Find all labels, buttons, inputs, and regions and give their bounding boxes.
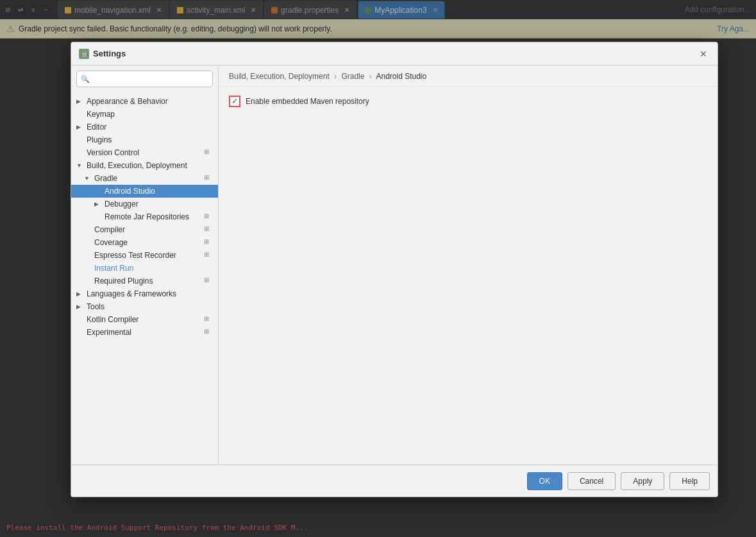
sidebar-label-experimental: Experimental <box>87 328 201 337</box>
sidebar-item-editor[interactable]: ▶ Editor <box>71 121 218 133</box>
sidebar-label-build: Build, Execution, Deployment <box>87 161 213 170</box>
content-main: ✓ Enable embedded Maven repository <box>219 87 718 465</box>
sidebar-item-build[interactable]: ▼ Build, Execution, Deployment <box>71 159 218 172</box>
settings-sidebar: 🔍 ▶ Appearance & Behavior Keymap ▶ Edit <box>71 65 219 465</box>
breadcrumb-current: Android Studio <box>376 72 426 81</box>
coverage-icon: ⊞ <box>204 238 213 247</box>
sidebar-label-compiler: Compiler <box>94 225 201 234</box>
arrow-editor: ▶ <box>76 124 84 130</box>
sidebar-item-plugins[interactable]: Plugins <box>71 133 218 146</box>
dialog-titlebar: 🤖 Settings ✕ <box>71 42 718 65</box>
breadcrumb-part2: Gradle <box>341 72 364 81</box>
breadcrumb: Build, Execution, Deployment › Gradle › … <box>219 65 718 87</box>
sidebar-label-required-plugins: Required Plugins <box>94 277 201 286</box>
sidebar-item-debugger[interactable]: ▶ Debugger <box>71 198 218 210</box>
sidebar-item-keymap[interactable]: Keymap <box>71 108 218 121</box>
sidebar-label-tools: Tools <box>87 302 213 311</box>
arrow-gradle: ▼ <box>84 175 92 182</box>
experimental-icon: ⊞ <box>204 328 213 337</box>
search-icon: 🔍 <box>81 75 90 83</box>
sidebar-label-appearance: Appearance & Behavior <box>87 97 213 106</box>
arrow-languages: ▶ <box>76 291 84 297</box>
search-box[interactable]: 🔍 <box>76 71 213 87</box>
maven-checkbox[interactable]: ✓ <box>229 96 240 107</box>
sidebar-label-espresso: Espresso Test Recorder <box>94 251 201 260</box>
sidebar-label-coverage: Coverage <box>94 238 201 247</box>
help-button[interactable]: Help <box>669 472 710 490</box>
dialog-body: 🔍 ▶ Appearance & Behavior Keymap ▶ Edit <box>71 65 718 465</box>
sidebar-item-compiler[interactable]: Compiler ⊞ <box>71 223 218 236</box>
sidebar-item-android-studio[interactable]: Android Studio <box>71 185 218 198</box>
required-plugins-icon: ⊞ <box>204 277 213 286</box>
sidebar-item-coverage[interactable]: Coverage ⊞ <box>71 236 218 249</box>
settings-tree: ▶ Appearance & Behavior Keymap ▶ Editor … <box>71 92 218 465</box>
breadcrumb-sep2: › <box>369 72 372 81</box>
settings-dialog: 🤖 Settings ✕ 🔍 ▶ Appearance & Behavior <box>71 42 718 497</box>
maven-checkbox-label: Enable embedded Maven repository <box>246 97 369 106</box>
sidebar-label-kotlin: Kotlin Compiler <box>87 315 201 324</box>
sidebar-item-experimental[interactable]: Experimental ⊞ <box>71 326 218 339</box>
breadcrumb-sep1: › <box>334 72 337 81</box>
sidebar-label-languages: Languages & Frameworks <box>87 289 213 298</box>
dialog-footer: OK Cancel Apply Help <box>71 465 718 497</box>
sidebar-item-appearance[interactable]: ▶ Appearance & Behavior <box>71 95 218 108</box>
arrow-tools: ▶ <box>76 303 84 310</box>
sidebar-label-gradle: Gradle <box>94 174 201 183</box>
espresso-icon: ⊞ <box>204 251 213 260</box>
sidebar-item-languages[interactable]: ▶ Languages & Frameworks <box>71 287 218 300</box>
sidebar-item-tools[interactable]: ▶ Tools <box>71 300 218 313</box>
sidebar-label-vcs: Version Control <box>87 148 201 157</box>
dialog-close-button[interactable]: ✕ <box>697 47 710 60</box>
sidebar-item-required-plugins[interactable]: Required Plugins ⊞ <box>71 275 218 287</box>
sidebar-item-gradle[interactable]: ▼ Gradle ⊞ <box>71 172 218 185</box>
compiler-icon: ⊞ <box>204 225 213 234</box>
sidebar-label-editor: Editor <box>87 123 213 132</box>
sidebar-label-keymap: Keymap <box>87 110 213 119</box>
checkbox-row-maven: ✓ Enable embedded Maven repository <box>229 96 707 107</box>
arrow-debugger: ▶ <box>94 201 102 207</box>
sidebar-label-plugins: Plugins <box>87 135 213 144</box>
dialog-title-icon: 🤖 <box>79 49 89 59</box>
kotlin-icon: ⊞ <box>204 315 213 324</box>
sidebar-item-instant-run[interactable]: Instant Run <box>71 262 218 275</box>
breadcrumb-part1: Build, Execution, Deployment <box>229 72 330 81</box>
dialog-title: Settings <box>93 49 126 58</box>
sidebar-item-vcs[interactable]: Version Control ⊞ <box>71 146 218 159</box>
ok-button[interactable]: OK <box>527 472 562 490</box>
cancel-button[interactable]: Cancel <box>567 472 616 490</box>
gradle-icon: ⊞ <box>204 174 213 183</box>
sidebar-label-remote-jar: Remote Jar Repositories <box>105 212 201 221</box>
checkbox-checkmark: ✓ <box>231 97 238 106</box>
sidebar-item-kotlin[interactable]: Kotlin Compiler ⊞ <box>71 313 218 326</box>
search-input[interactable] <box>92 74 208 83</box>
sidebar-label-android-studio: Android Studio <box>105 187 213 196</box>
sidebar-label-debugger: Debugger <box>105 200 213 209</box>
apply-button[interactable]: Apply <box>621 472 664 490</box>
sidebar-item-espresso[interactable]: Espresso Test Recorder ⊞ <box>71 249 218 262</box>
vcs-icon: ⊞ <box>204 148 213 157</box>
settings-content: Build, Execution, Deployment › Gradle › … <box>219 65 718 465</box>
arrow-build: ▼ <box>76 162 84 169</box>
arrow-appearance: ▶ <box>76 98 84 105</box>
sidebar-item-remote-jar[interactable]: Remote Jar Repositories ⊞ <box>71 210 218 223</box>
sidebar-label-instant-run: Instant Run <box>94 264 213 273</box>
remote-jar-icon: ⊞ <box>204 212 213 221</box>
